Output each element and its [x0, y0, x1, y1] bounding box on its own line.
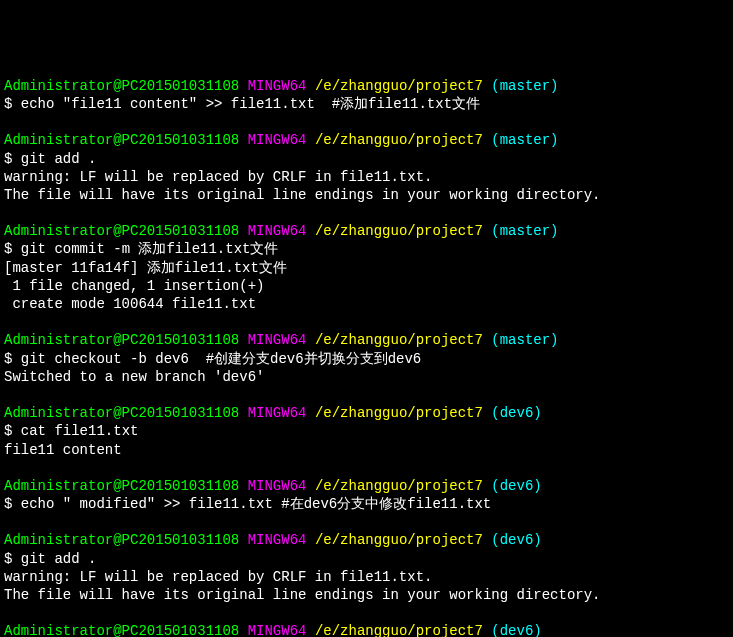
prompt-line: Administrator@PC201501031108 MINGW64 /e/… [4, 622, 729, 637]
prompt-mingw: MINGW64 [248, 405, 307, 421]
output-line: The file will have its original line end… [4, 187, 601, 203]
prompt-line: Administrator@PC201501031108 MINGW64 /e/… [4, 331, 729, 349]
output-line: Switched to a new branch 'dev6' [4, 369, 264, 385]
command-line: $ echo " modified" >> file11.txt #在dev6分… [4, 495, 729, 513]
command-text: echo "file11 content" >> file11.txt #添加f… [21, 96, 480, 112]
command-line: $ git commit -m 添加file11.txt文件 [4, 240, 729, 258]
output-line: The file will have its original line end… [4, 587, 601, 603]
prompt-mingw: MINGW64 [248, 623, 307, 637]
prompt-branch: (master) [491, 132, 558, 148]
prompt-mingw: MINGW64 [248, 132, 307, 148]
prompt-dollar: $ [4, 496, 21, 512]
prompt-path: /e/zhangguo/project7 [315, 223, 483, 239]
command-text: git checkout -b dev6 #创建分支dev6并切换分支到dev6 [21, 351, 421, 367]
output-line: warning: LF will be replaced by CRLF in … [4, 169, 432, 185]
command-line: $ cat file11.txt [4, 422, 729, 440]
prompt-mingw: MINGW64 [248, 332, 307, 348]
command-text: cat file11.txt [21, 423, 139, 439]
prompt-dollar: $ [4, 241, 21, 257]
prompt-mingw: MINGW64 [248, 478, 307, 494]
prompt-branch: (master) [491, 223, 558, 239]
prompt-user-host: Administrator@PC201501031108 [4, 532, 239, 548]
prompt-user-host: Administrator@PC201501031108 [4, 623, 239, 637]
prompt-user-host: Administrator@PC201501031108 [4, 223, 239, 239]
prompt-branch: (master) [491, 78, 558, 94]
prompt-line: Administrator@PC201501031108 MINGW64 /e/… [4, 77, 729, 95]
prompt-path: /e/zhangguo/project7 [315, 532, 483, 548]
prompt-path: /e/zhangguo/project7 [315, 132, 483, 148]
prompt-path: /e/zhangguo/project7 [315, 78, 483, 94]
output-line: warning: LF will be replaced by CRLF in … [4, 569, 432, 585]
prompt-path: /e/zhangguo/project7 [315, 332, 483, 348]
command-line: $ git add . [4, 550, 729, 568]
prompt-mingw: MINGW64 [248, 223, 307, 239]
prompt-line: Administrator@PC201501031108 MINGW64 /e/… [4, 222, 729, 240]
prompt-branch: (dev6) [491, 623, 541, 637]
prompt-dollar: $ [4, 351, 21, 367]
prompt-dollar: $ [4, 151, 21, 167]
command-text: git add . [21, 551, 97, 567]
prompt-line: Administrator@PC201501031108 MINGW64 /e/… [4, 404, 729, 422]
prompt-branch: (master) [491, 332, 558, 348]
prompt-line: Administrator@PC201501031108 MINGW64 /e/… [4, 477, 729, 495]
prompt-user-host: Administrator@PC201501031108 [4, 78, 239, 94]
prompt-dollar: $ [4, 96, 21, 112]
prompt-mingw: MINGW64 [248, 532, 307, 548]
prompt-path: /e/zhangguo/project7 [315, 405, 483, 421]
command-line: $ git checkout -b dev6 #创建分支dev6并切换分支到de… [4, 350, 729, 368]
command-line: $ echo "file11 content" >> file11.txt #添… [4, 95, 729, 113]
prompt-dollar: $ [4, 423, 21, 439]
output-line: create mode 100644 file11.txt [4, 296, 256, 312]
prompt-dollar: $ [4, 551, 21, 567]
command-line: $ git add . [4, 150, 729, 168]
prompt-line: Administrator@PC201501031108 MINGW64 /e/… [4, 531, 729, 549]
prompt-user-host: Administrator@PC201501031108 [4, 478, 239, 494]
output-line: 1 file changed, 1 insertion(+) [4, 278, 264, 294]
prompt-user-host: Administrator@PC201501031108 [4, 405, 239, 421]
terminal[interactable]: Administrator@PC201501031108 MINGW64 /e/… [4, 77, 729, 637]
command-text: echo " modified" >> file11.txt #在dev6分支中… [21, 496, 491, 512]
prompt-line: Administrator@PC201501031108 MINGW64 /e/… [4, 131, 729, 149]
prompt-branch: (dev6) [491, 478, 541, 494]
command-text: git add . [21, 151, 97, 167]
output-line: file11 content [4, 442, 122, 458]
prompt-path: /e/zhangguo/project7 [315, 478, 483, 494]
prompt-path: /e/zhangguo/project7 [315, 623, 483, 637]
prompt-user-host: Administrator@PC201501031108 [4, 332, 239, 348]
prompt-branch: (dev6) [491, 532, 541, 548]
command-text: git commit -m 添加file11.txt文件 [21, 241, 279, 257]
output-line: [master 11fa14f] 添加file11.txt文件 [4, 260, 287, 276]
prompt-mingw: MINGW64 [248, 78, 307, 94]
prompt-branch: (dev6) [491, 405, 541, 421]
prompt-user-host: Administrator@PC201501031108 [4, 132, 239, 148]
